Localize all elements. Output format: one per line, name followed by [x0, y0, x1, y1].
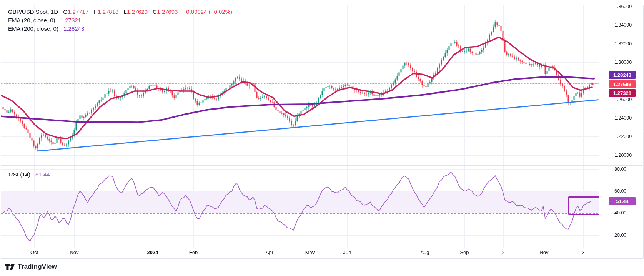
chart-canvas[interactable]: [0, 0, 644, 276]
chart-widget: GBP/USD Spot, 1D O1.27717 H1.27818 L1.27…: [0, 0, 644, 276]
